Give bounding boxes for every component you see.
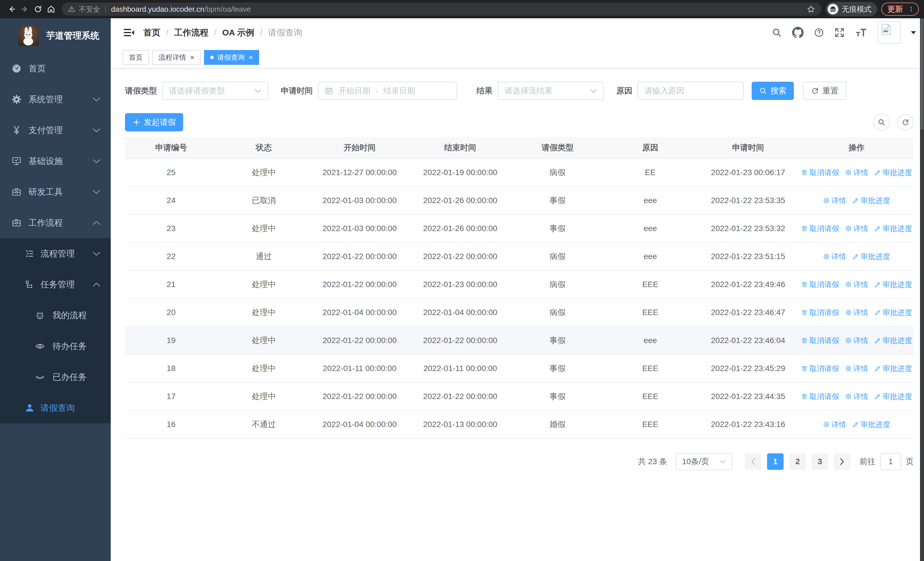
sidebar-collapse-button[interactable] bbox=[123, 27, 135, 38]
action-progress-link[interactable]: 审批进度 bbox=[852, 252, 890, 262]
breadcrumb-item[interactable]: 首页 bbox=[143, 27, 160, 39]
action-progress-link[interactable]: 审批进度 bbox=[874, 392, 912, 402]
table-body: 25处理中2021-12-27 00:00:002022-01-19 00:00… bbox=[125, 159, 914, 439]
action-progress-link[interactable]: 审批进度 bbox=[874, 364, 912, 374]
action-detail-link[interactable]: 详情 bbox=[823, 420, 846, 430]
action-cancel-link[interactable]: 取消请假 bbox=[801, 335, 839, 346]
action-progress-link[interactable]: 审批进度 bbox=[874, 168, 912, 177]
breadcrumb-item[interactable]: OA 示例 bbox=[222, 27, 254, 39]
user-menu-caret-icon[interactable] bbox=[911, 31, 916, 34]
action-cancel-link[interactable]: 取消请假 bbox=[801, 224, 839, 234]
avatar[interactable] bbox=[878, 21, 901, 44]
apply-time-range-picker[interactable]: 开始日期 - 结束日期 bbox=[318, 82, 457, 100]
toolbox-icon bbox=[11, 218, 22, 228]
cell-status: 处理中 bbox=[217, 307, 310, 318]
browser-home-button[interactable] bbox=[45, 3, 58, 16]
next-page-button[interactable] bbox=[834, 453, 850, 470]
sidebar-item-dashboard[interactable]: 首页 bbox=[0, 53, 111, 84]
prev-page-button[interactable] bbox=[745, 453, 761, 470]
action-detail-link[interactable]: 详情 bbox=[845, 364, 868, 374]
action-progress-link[interactable]: 审批进度 bbox=[874, 308, 912, 317]
page-button-3[interactable]: 3 bbox=[812, 453, 828, 470]
close-icon[interactable]: × bbox=[190, 54, 194, 61]
sidebar-item-gear[interactable]: 系统管理 bbox=[0, 84, 111, 115]
action-label: 取消请假 bbox=[810, 308, 839, 317]
page-button-2[interactable]: 2 bbox=[789, 453, 806, 470]
sidebar-item-eye[interactable]: 待办任务 bbox=[0, 331, 111, 362]
browser-back-button[interactable] bbox=[5, 3, 18, 16]
sidebar-item-yen[interactable]: 支付管理 bbox=[0, 115, 111, 146]
bookmark-star-icon[interactable] bbox=[807, 5, 815, 14]
tab-view[interactable]: 请假查询× bbox=[204, 50, 259, 65]
help-icon[interactable] bbox=[814, 27, 824, 38]
action-label: 取消请假 bbox=[810, 335, 839, 346]
result-select[interactable]: 请选择流结果 bbox=[498, 82, 604, 100]
search-button[interactable]: 搜索 bbox=[752, 82, 794, 100]
sidebar-item-tree[interactable]: 任务管理 bbox=[0, 269, 111, 300]
action-detail-link[interactable]: 详情 bbox=[845, 280, 868, 290]
toggle-search-button[interactable] bbox=[873, 114, 890, 131]
browser-reload-button[interactable] bbox=[32, 3, 45, 16]
column-header: 结束时间 bbox=[409, 142, 512, 153]
sidebar-item-toolbox[interactable]: 工作流程 bbox=[0, 208, 111, 238]
action-detail-link[interactable]: 详情 bbox=[823, 252, 846, 262]
sidebar-item-toolbox[interactable]: 研发工具 bbox=[0, 176, 111, 208]
logo-row[interactable]: 芋道管理系统 bbox=[0, 18, 111, 53]
page-button-1[interactable]: 1 bbox=[767, 453, 784, 470]
action-progress-link[interactable]: 审批进度 bbox=[852, 196, 890, 206]
table-row: 21处理中2022-01-22 00:00:002022-01-23 00:00… bbox=[125, 271, 914, 299]
github-icon[interactable] bbox=[792, 27, 804, 38]
action-cancel-link[interactable]: 取消请假 bbox=[801, 308, 839, 317]
action-progress-link[interactable]: 审批进度 bbox=[874, 335, 912, 346]
browser-update-button[interactable]: 更新 bbox=[881, 3, 919, 16]
action-cancel-link[interactable]: 取消请假 bbox=[801, 168, 839, 177]
reset-button[interactable]: 重置 bbox=[803, 82, 846, 100]
action-detail-link[interactable]: 详情 bbox=[845, 392, 868, 402]
refresh-table-button[interactable] bbox=[897, 114, 914, 131]
tab-view[interactable]: 流程详情× bbox=[152, 50, 201, 65]
action-progress-link[interactable]: 审批进度 bbox=[874, 280, 912, 290]
leave-type-select[interactable]: 请选择请假类型 bbox=[162, 82, 268, 100]
scrollbar-thumb[interactable] bbox=[921, 18, 923, 130]
browser-forward-button[interactable] bbox=[18, 3, 32, 16]
action-detail-link[interactable]: 详情 bbox=[845, 335, 868, 346]
action-progress-link[interactable]: 审批进度 bbox=[874, 224, 912, 234]
search-icon[interactable] bbox=[772, 27, 782, 38]
action-detail-link[interactable]: 详情 bbox=[823, 196, 846, 206]
sidebar-item-label: 工作流程 bbox=[28, 217, 63, 229]
action-detail-link[interactable]: 详情 bbox=[845, 224, 868, 234]
page-size-select[interactable]: 10条/页 bbox=[676, 453, 732, 470]
fullscreen-icon[interactable] bbox=[834, 27, 844, 38]
sidebar-item-robot[interactable]: 我的流程 bbox=[0, 300, 111, 331]
table-row: 25处理中2021-12-27 00:00:002022-01-19 00:00… bbox=[125, 159, 914, 187]
breadcrumb-item[interactable]: 工作流程 bbox=[174, 27, 208, 39]
font-size-icon[interactable] bbox=[855, 27, 867, 38]
url-bar[interactable]: 不安全 dashboard.yudao.iocoder.cn/bpm/oa/le… bbox=[62, 3, 822, 16]
action-cancel-link[interactable]: 取消请假 bbox=[801, 280, 839, 290]
sidebar-item-monitor[interactable]: 基础设施 bbox=[0, 146, 111, 176]
action-cancel-link[interactable]: 取消请假 bbox=[801, 364, 839, 374]
action-detail-link[interactable]: 详情 bbox=[845, 168, 868, 177]
pen-icon bbox=[852, 421, 859, 428]
browser-scrollbar[interactable] bbox=[920, 18, 924, 561]
cell-type: 事假 bbox=[512, 391, 603, 402]
create-leave-button[interactable]: 发起请假 bbox=[125, 113, 183, 131]
sidebar-item-list[interactable]: 流程管理 bbox=[0, 238, 111, 269]
sidebar-item-user[interactable]: 请假查询 bbox=[0, 393, 111, 423]
action-cancel-link[interactable]: 取消请假 bbox=[801, 392, 839, 402]
chevron-left-icon bbox=[750, 458, 756, 465]
row-actions: 取消请假详情审批进度 bbox=[799, 168, 914, 177]
close-icon[interactable]: × bbox=[249, 54, 253, 61]
action-label: 详情 bbox=[854, 168, 868, 177]
goto-page-input[interactable]: 1 bbox=[880, 453, 901, 470]
not-secure-warning-icon bbox=[68, 5, 75, 13]
action-progress-link[interactable]: 审批进度 bbox=[852, 420, 890, 430]
action-detail-link[interactable]: 详情 bbox=[845, 308, 868, 317]
tab-home[interactable]: 首页 bbox=[123, 50, 149, 65]
reason-input[interactable] bbox=[638, 82, 743, 99]
sidebar-item-eye-closed[interactable]: 已办任务 bbox=[0, 362, 111, 393]
cell-type: 病假 bbox=[512, 167, 603, 178]
cell-id: 19 bbox=[125, 336, 217, 345]
browser-menu-icon[interactable] bbox=[908, 5, 915, 13]
pen-icon bbox=[874, 309, 881, 316]
